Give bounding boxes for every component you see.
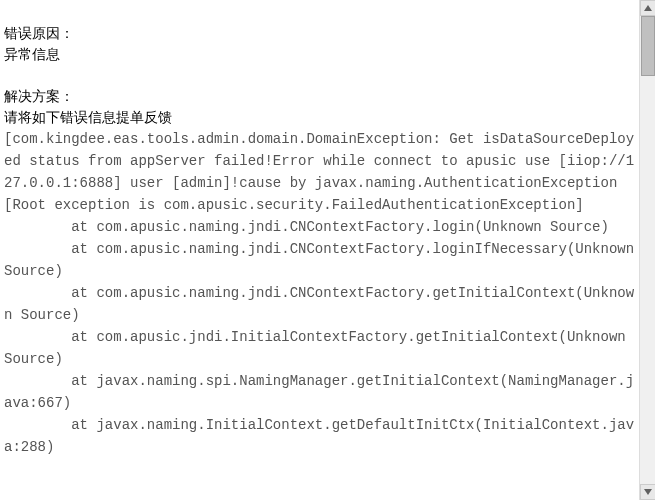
scroll-thumb[interactable]: [641, 16, 655, 76]
error-panel: 错误原因： 异常信息 解决方案： 请将如下错误信息提单反馈 [com.kingd…: [0, 0, 640, 460]
solution-text: 请将如下错误信息提单反馈: [4, 109, 172, 125]
error-reason-label: 错误原因：: [4, 25, 74, 41]
scroll-down-button[interactable]: [640, 484, 655, 500]
solution-label: 解决方案：: [4, 88, 74, 104]
error-reason-text: 异常信息: [4, 46, 60, 62]
chevron-up-icon: [644, 5, 652, 11]
vertical-scrollbar[interactable]: [639, 0, 655, 500]
stacktrace-text: [com.kingdee.eas.tools.admin.domain.Doma…: [4, 131, 643, 455]
chevron-down-icon: [644, 489, 652, 495]
scroll-up-button[interactable]: [640, 0, 655, 16]
